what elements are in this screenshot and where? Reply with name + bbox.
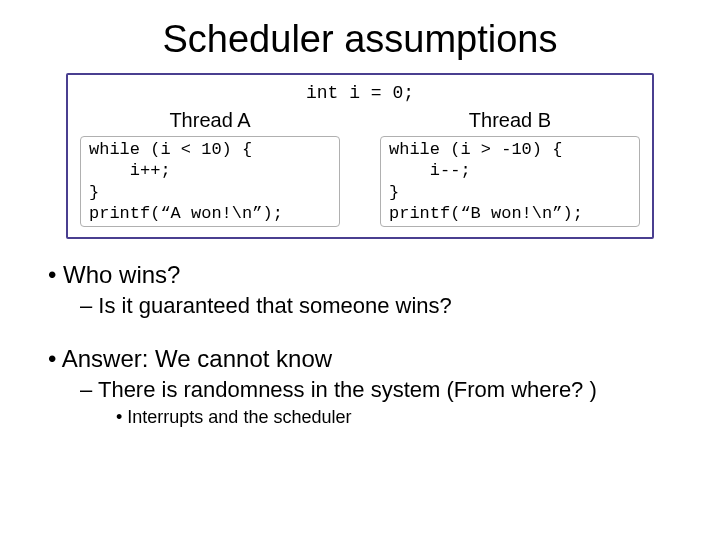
thread-b-label: Thread B: [380, 109, 640, 132]
threads-row: Thread A while (i < 10) { i++; } printf(…: [80, 109, 640, 227]
thread-a-label: Thread A: [80, 109, 340, 132]
slide-title: Scheduler assumptions: [40, 18, 680, 61]
bullet-answer: Answer: We cannot know: [48, 345, 680, 373]
thread-b-column: Thread B while (i > -10) { i--; } printf…: [380, 109, 640, 227]
bullet-list: Who wins? Is it guaranteed that someone …: [40, 261, 680, 428]
bullet-interrupts: Interrupts and the scheduler: [116, 407, 680, 428]
thread-a-column: Thread A while (i < 10) { i++; } printf(…: [80, 109, 340, 227]
init-code: int i = 0;: [80, 83, 640, 103]
thread-b-code: while (i > -10) { i--; } printf(“B won!\…: [380, 136, 640, 227]
bullet-guaranteed: Is it guaranteed that someone wins?: [80, 293, 680, 319]
bullet-randomness: There is randomness in the system (From …: [80, 377, 680, 403]
thread-a-code: while (i < 10) { i++; } printf(“A won!\n…: [80, 136, 340, 227]
code-box: int i = 0; Thread A while (i < 10) { i++…: [66, 73, 654, 239]
bullet-who-wins: Who wins?: [48, 261, 680, 289]
